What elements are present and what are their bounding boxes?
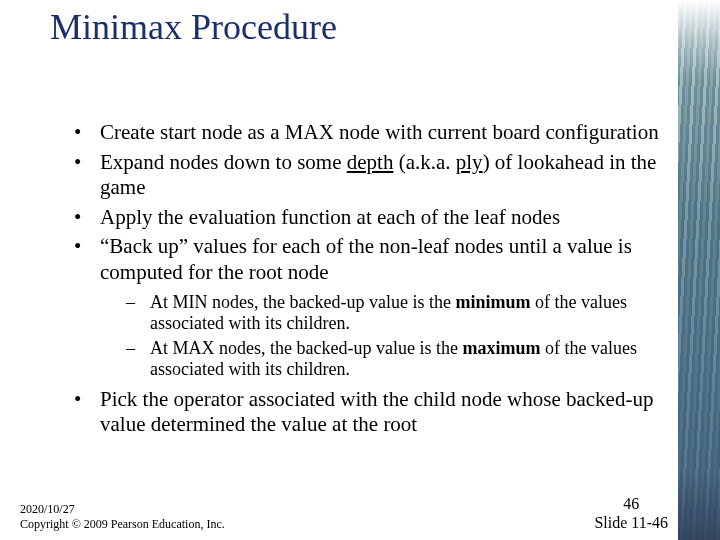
underlined-term-depth: depth xyxy=(347,150,394,174)
bullet-item: Expand nodes down to some depth (a.k.a. … xyxy=(72,150,660,201)
slide-title: Minimax Procedure xyxy=(50,6,337,48)
slide-content: Create start node as a MAX node with cur… xyxy=(72,120,660,442)
bullet-text-part: Expand nodes down to some xyxy=(100,150,347,174)
bullet-text: Create start node as a MAX node with cur… xyxy=(100,120,659,144)
slide-reference: Slide 11-46 xyxy=(594,513,668,532)
bullet-text: “Back up” values for each of the non-lea… xyxy=(100,234,632,284)
bullet-item: Apply the evaluation function at each of… xyxy=(72,205,660,231)
footer-left: 2020/10/27 Copyright © 2009 Pearson Educ… xyxy=(20,502,225,532)
slide: Minimax Procedure Create start node as a… xyxy=(0,0,720,540)
underlined-term-ply: ply xyxy=(456,150,483,174)
bullet-item: Create start node as a MAX node with cur… xyxy=(72,120,660,146)
bullet-item: Pick the operator associated with the ch… xyxy=(72,387,660,438)
sub-bullet-item: At MIN nodes, the backed-up value is the… xyxy=(100,292,660,334)
footer-right: 46 Slide 11-46 xyxy=(594,494,668,532)
bullet-list: Create start node as a MAX node with cur… xyxy=(72,120,660,438)
bullet-text: Apply the evaluation function at each of… xyxy=(100,205,560,229)
sub-bullet-item: At MAX nodes, the backed-up value is the… xyxy=(100,338,660,380)
bold-term-minimum: minimum xyxy=(455,292,530,312)
bullet-item: “Back up” values for each of the non-lea… xyxy=(72,234,660,380)
footer-date: 2020/10/27 xyxy=(20,502,225,517)
page-number: 46 xyxy=(594,494,668,513)
sub-bullet-text-part: At MIN nodes, the backed-up value is the xyxy=(150,292,455,312)
bold-term-maximum: maximum xyxy=(462,338,540,358)
sub-bullet-text-part: At MAX nodes, the backed-up value is the xyxy=(150,338,462,358)
bullet-text-part: (a.k.a. xyxy=(393,150,455,174)
footer-copyright: Copyright © 2009 Pearson Education, Inc. xyxy=(20,517,225,532)
sub-bullet-list: At MIN nodes, the backed-up value is the… xyxy=(100,292,660,381)
bullet-text: Pick the operator associated with the ch… xyxy=(100,387,653,437)
